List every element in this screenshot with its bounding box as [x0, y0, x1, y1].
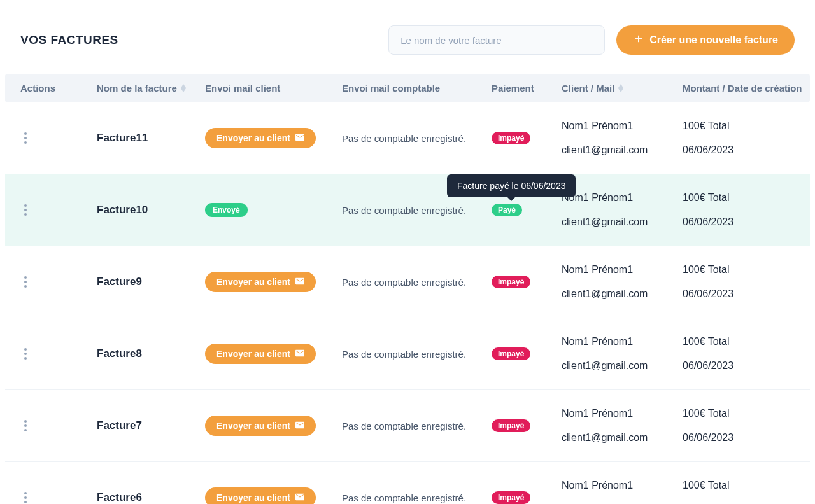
amount-total: 100€ Total — [683, 192, 810, 204]
payment-cell: PayéFacture payé le 06/06/2023 — [492, 204, 562, 216]
svg-marker-5 — [618, 88, 623, 92]
mail-client-cell: Envoyé — [205, 203, 342, 217]
more-actions-icon[interactable] — [20, 488, 31, 504]
col-client[interactable]: Client / Mail — [562, 83, 683, 94]
search-input[interactable] — [388, 25, 605, 55]
payment-cell: Impayé — [492, 491, 562, 504]
col-client-label: Client / Mail — [562, 83, 614, 94]
page-title: VOS FACTURES — [20, 33, 118, 47]
client-name: Nom1 Prénom1 — [562, 408, 683, 419]
invoice-name: Facture7 — [97, 419, 205, 432]
sort-icon — [618, 84, 623, 92]
plus-icon — [633, 33, 644, 47]
amount-total: 100€ Total — [683, 408, 810, 419]
client-mail: client1@gmail.com — [562, 288, 683, 300]
client-mail: client1@gmail.com — [562, 216, 683, 228]
more-actions-icon[interactable] — [20, 416, 31, 435]
more-actions-icon[interactable] — [20, 272, 31, 291]
table-row: Facture7Envoyer au client Pas de comptab… — [5, 390, 810, 462]
amount-cell: 100€ Total06/06/2023 — [683, 120, 810, 156]
accountant-cell: Pas de comptable enregistré. — [342, 421, 492, 431]
amount-total: 100€ Total — [683, 480, 810, 491]
client-name: Nom1 Prénom1 — [562, 480, 683, 491]
accountant-cell: Pas de comptable enregistré. — [342, 277, 492, 288]
col-name-label: Nom de la facture — [97, 83, 177, 94]
invoice-name: Facture6 — [97, 491, 205, 504]
amount-cell: 100€ Total06/06/2023 — [683, 480, 810, 504]
actions-cell — [20, 200, 97, 220]
mail-icon — [295, 349, 304, 359]
table-body: Facture11Envoyer au client Pas de compta… — [5, 102, 810, 504]
amount-cell: 100€ Total06/06/2023 — [683, 264, 810, 300]
creation-date: 06/06/2023 — [683, 288, 810, 300]
table-row: Facture6Envoyer au client Pas de comptab… — [5, 462, 810, 504]
mail-icon — [295, 277, 304, 287]
actions-cell — [20, 416, 97, 435]
mail-icon — [295, 421, 304, 431]
unpaid-badge[interactable]: Impayé — [492, 491, 530, 504]
unpaid-badge[interactable]: Impayé — [492, 276, 530, 288]
col-mail-accountant: Envoi mail comptable — [342, 83, 492, 94]
col-actions: Actions — [20, 83, 97, 94]
svg-marker-3 — [181, 88, 186, 92]
invoice-name: Facture11 — [97, 132, 205, 144]
payment-cell: Impayé — [492, 276, 562, 288]
creation-date: 06/06/2023 — [683, 360, 810, 372]
paid-badge[interactable]: Payé — [492, 204, 522, 216]
client-mail: client1@gmail.com — [562, 432, 683, 444]
sort-icon — [181, 84, 186, 92]
send-to-client-button[interactable]: Envoyer au client — [205, 344, 316, 364]
send-to-client-button[interactable]: Envoyer au client — [205, 128, 316, 148]
accountant-cell: Pas de comptable enregistré. — [342, 493, 492, 503]
unpaid-badge[interactable]: Impayé — [492, 132, 530, 144]
amount-total: 100€ Total — [683, 120, 810, 132]
client-cell: Nom1 Prénom1client1@gmail.com — [562, 264, 683, 300]
payment-tooltip: Facture payé le 06/06/2023 — [447, 174, 576, 197]
payment-cell: Impayé — [492, 132, 562, 144]
unpaid-badge[interactable]: Impayé — [492, 347, 530, 360]
more-actions-icon[interactable] — [20, 344, 31, 363]
client-name: Nom1 Prénom1 — [562, 120, 683, 132]
svg-marker-2 — [181, 84, 186, 88]
actions-cell — [20, 344, 97, 363]
invoice-name: Facture9 — [97, 276, 205, 288]
actions-cell — [20, 272, 97, 291]
page-header: VOS FACTURES Créer une nouvelle facture — [5, 6, 810, 74]
amount-total: 100€ Total — [683, 336, 810, 347]
sent-badge: Envoyé — [205, 203, 248, 217]
client-cell: Nom1 Prénom1client1@gmail.com — [562, 120, 683, 156]
client-name: Nom1 Prénom1 — [562, 264, 683, 276]
col-name[interactable]: Nom de la facture — [97, 83, 205, 94]
client-mail: client1@gmail.com — [562, 144, 683, 156]
send-to-client-button[interactable]: Envoyer au client — [205, 416, 316, 436]
unpaid-badge[interactable]: Impayé — [492, 419, 530, 432]
send-to-client-label: Envoyer au client — [216, 421, 290, 431]
mail-client-cell: Envoyer au client — [205, 128, 342, 148]
invoice-name: Facture8 — [97, 347, 205, 360]
table-header: Actions Nom de la facture Envoi mail cli… — [5, 74, 810, 102]
client-mail: client1@gmail.com — [562, 360, 683, 372]
col-payment: Paiement — [492, 83, 562, 94]
table-row: Facture8Envoyer au client Pas de comptab… — [5, 318, 810, 390]
more-actions-icon[interactable] — [20, 200, 31, 220]
actions-cell — [20, 488, 97, 504]
create-invoice-label: Créer une nouvelle facture — [649, 34, 778, 46]
send-to-client-label: Envoyer au client — [216, 133, 290, 143]
accountant-cell: Pas de comptable enregistré. — [342, 133, 492, 144]
amount-cell: 100€ Total06/06/2023 — [683, 408, 810, 444]
create-invoice-button[interactable]: Créer une nouvelle facture — [616, 25, 795, 55]
header-actions: Créer une nouvelle facture — [388, 25, 795, 55]
invoice-name: Facture10 — [97, 204, 205, 216]
mail-client-cell: Envoyer au client — [205, 272, 342, 292]
send-to-client-button[interactable]: Envoyer au client — [205, 487, 316, 504]
client-cell: Nom1 Prénom1client1@gmail.com — [562, 336, 683, 372]
send-to-client-label: Envoyer au client — [216, 493, 290, 503]
more-actions-icon[interactable] — [20, 129, 31, 148]
mail-icon — [295, 133, 304, 143]
payment-cell: Impayé — [492, 347, 562, 360]
amount-total: 100€ Total — [683, 264, 810, 276]
send-to-client-button[interactable]: Envoyer au client — [205, 272, 316, 292]
table-row: Facture11Envoyer au client Pas de compta… — [5, 102, 810, 174]
col-amount: Montant / Date de création — [683, 83, 810, 94]
accountant-cell: Pas de comptable enregistré. — [342, 349, 492, 360]
